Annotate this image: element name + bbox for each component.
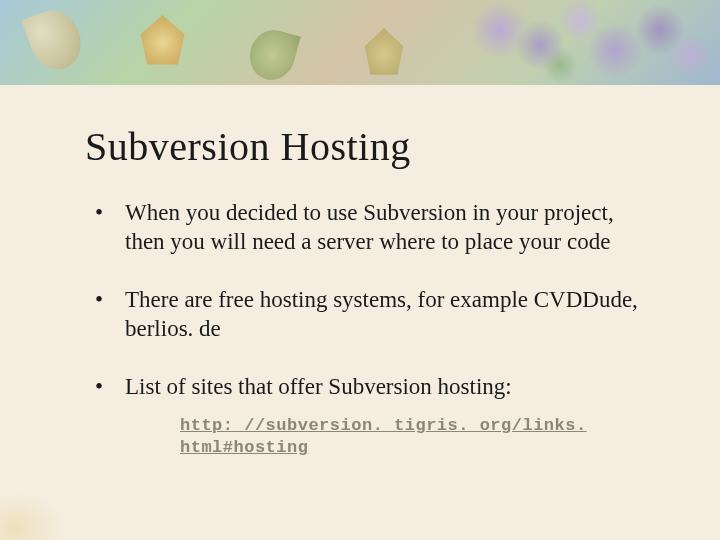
leaf-decoration-icon (244, 25, 300, 85)
bullet-item: When you decided to use Subversion in yo… (85, 198, 655, 257)
flower-decoration-icon (460, 0, 720, 85)
bullet-list: When you decided to use Subversion in yo… (85, 198, 655, 459)
slide-content: Subversion Hosting When you decided to u… (0, 85, 720, 507)
decorative-banner (0, 0, 720, 85)
maple-leaf-icon (360, 28, 408, 80)
corner-decoration-icon (0, 485, 75, 540)
bullet-text: When you decided to use Subversion in yo… (125, 200, 614, 254)
bullet-text: List of sites that offer Subversion host… (125, 374, 512, 399)
hosting-link[interactable]: http: //subversion. tigris. org/links. h… (180, 415, 655, 459)
leaf-decoration-icon (21, 3, 89, 76)
bullet-item: List of sites that offer Subversion host… (85, 372, 655, 459)
bullet-item: There are free hosting systems, for exam… (85, 285, 655, 344)
bullet-text: There are free hosting systems, for exam… (125, 287, 638, 341)
maple-leaf-icon (135, 15, 190, 70)
slide-title: Subversion Hosting (85, 123, 655, 170)
